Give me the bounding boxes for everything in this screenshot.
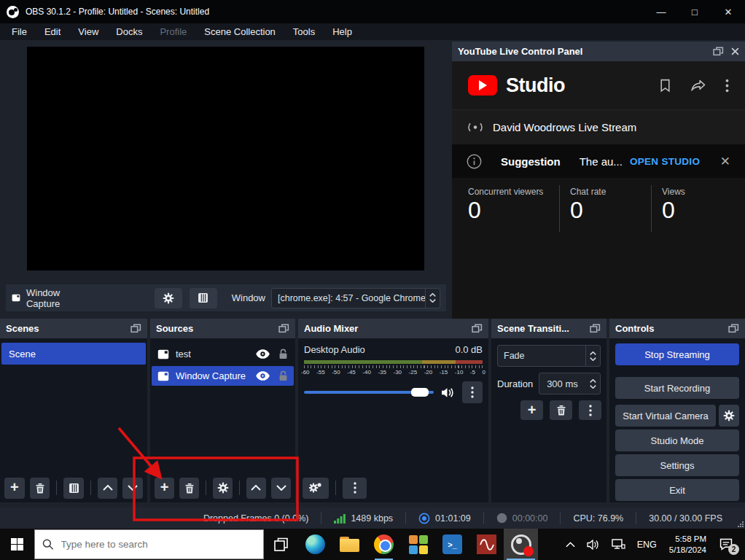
- speaker-icon: [587, 540, 600, 550]
- scene-filters-button[interactable]: [63, 478, 84, 499]
- menu-tools[interactable]: Tools: [284, 23, 324, 40]
- menu-scene-collection[interactable]: Scene Collection: [195, 23, 284, 40]
- add-transition-button[interactable]: +: [520, 400, 543, 420]
- kebab-menu-icon[interactable]: [725, 79, 729, 93]
- tray-chevron-button[interactable]: [562, 542, 579, 548]
- youtube-brand: Studio: [506, 74, 565, 97]
- source-properties-button[interactable]: [155, 288, 182, 308]
- transition-select-combo[interactable]: Fade: [497, 345, 601, 367]
- edge-icon: [305, 534, 325, 554]
- chrome-taskbar-icon[interactable]: [367, 529, 401, 560]
- filters-icon: [198, 292, 208, 303]
- window-capture-icon: [157, 349, 169, 359]
- virtual-camera-config-button[interactable]: [719, 405, 739, 427]
- bookmark-icon[interactable]: [659, 79, 671, 93]
- taskbar-clock[interactable]: 5:58 PM 5/18/2024: [665, 534, 711, 556]
- mixer-options-button[interactable]: [462, 381, 483, 403]
- tray-network-button[interactable]: [608, 539, 629, 551]
- desktop: OBS 30.1.2 - Profile: Untitled - Scenes:…: [0, 0, 745, 560]
- language-indicator[interactable]: ENG: [633, 540, 660, 550]
- studio-mode-button[interactable]: Studio Mode: [615, 429, 739, 451]
- menu-edit[interactable]: Edit: [36, 23, 69, 40]
- menu-file[interactable]: File: [3, 23, 36, 40]
- source-row-window-capture[interactable]: Window Capture: [152, 366, 294, 386]
- add-source-button[interactable]: +: [155, 478, 174, 499]
- transition-menu-button[interactable]: [579, 400, 601, 420]
- start-button[interactable]: [0, 529, 34, 560]
- volume-slider-handle[interactable]: [411, 388, 429, 397]
- source-filters-button[interactable]: [190, 288, 217, 308]
- popout-icon[interactable]: [130, 324, 141, 333]
- chevron-up-icon: [590, 379, 596, 383]
- duration-spinner[interactable]: [585, 373, 600, 394]
- start-recording-button[interactable]: Start Recording: [615, 377, 739, 399]
- window-select-label: Window: [232, 292, 265, 303]
- close-icon[interactable]: [731, 47, 739, 55]
- combo-spinner[interactable]: [425, 289, 440, 308]
- remove-transition-button[interactable]: [550, 400, 572, 420]
- menu-view[interactable]: View: [69, 23, 107, 40]
- stat-concurrent-viewers: Concurrent viewers 0: [468, 185, 560, 232]
- audio-mixer-header: Audio Mixer: [298, 319, 488, 338]
- wave-app-taskbar-icon[interactable]: [469, 529, 504, 560]
- stat-label: Views: [662, 187, 744, 197]
- combo-spinner[interactable]: [585, 346, 600, 366]
- minimize-button[interactable]: —: [644, 0, 678, 23]
- move-scene-up-button[interactable]: [98, 478, 118, 499]
- lock-icon[interactable]: [278, 349, 288, 359]
- mixer-menu-button[interactable]: [343, 478, 367, 499]
- speaker-icon[interactable]: [441, 387, 455, 398]
- move-scene-down-button[interactable]: [122, 478, 143, 499]
- popout-icon[interactable]: [472, 324, 483, 333]
- exit-button[interactable]: Exit: [615, 479, 739, 501]
- duration-spinbox[interactable]: 300 ms: [539, 373, 601, 394]
- open-studio-link[interactable]: OPEN STUDIO: [630, 156, 700, 167]
- source-properties-button[interactable]: [213, 478, 233, 499]
- stream-title: David Woodrows Live Stream: [493, 121, 636, 133]
- popout-icon[interactable]: [713, 47, 724, 56]
- advanced-audio-button[interactable]: [303, 478, 329, 499]
- advanced-audio-gear-icon: [309, 482, 322, 494]
- edge-taskbar-icon[interactable]: [298, 529, 332, 560]
- chevron-up-icon: [429, 293, 436, 297]
- volume-slider[interactable]: [304, 391, 434, 394]
- task-view-button[interactable]: [264, 529, 298, 560]
- duration-row: Duration 300 ms: [497, 373, 601, 394]
- chevron-down-icon: [276, 485, 286, 491]
- preview-canvas[interactable]: [27, 47, 424, 271]
- popout-icon[interactable]: [728, 324, 739, 333]
- tray-volume-button[interactable]: [583, 540, 604, 550]
- move-source-down-button[interactable]: [271, 478, 291, 499]
- popout-icon[interactable]: [278, 324, 289, 333]
- taskbar-search[interactable]: [34, 529, 264, 559]
- settings-button[interactable]: Settings: [615, 454, 739, 476]
- menu-help[interactable]: Help: [324, 23, 361, 40]
- maximize-button[interactable]: □: [678, 0, 711, 23]
- source-row-test[interactable]: test: [152, 344, 294, 364]
- remove-scene-button[interactable]: [30, 478, 50, 499]
- audio-mixer-dock: Audio Mixer Desktop Audio 0.0 dB -60-55-…: [298, 319, 488, 502]
- powershell-taskbar-icon[interactable]: >_: [435, 529, 469, 560]
- visibility-eye-icon[interactable]: [256, 349, 270, 359]
- close-button[interactable]: ✕: [711, 0, 745, 23]
- scene-list-item[interactable]: Scene: [1, 343, 146, 365]
- remove-source-button[interactable]: [179, 478, 199, 499]
- visibility-eye-icon[interactable]: [256, 371, 270, 381]
- add-scene-button[interactable]: +: [4, 478, 25, 499]
- lock-icon[interactable]: [278, 370, 288, 381]
- suggestion-close-icon[interactable]: ✕: [720, 154, 730, 169]
- menu-docks[interactable]: Docks: [107, 23, 151, 40]
- legacy-windows-app-icon[interactable]: [401, 529, 435, 560]
- stop-streaming-button[interactable]: Stop Streaming: [615, 343, 739, 365]
- file-explorer-taskbar-icon[interactable]: [332, 529, 367, 560]
- action-center-button[interactable]: 2: [715, 538, 741, 551]
- resize-grip[interactable]: [738, 521, 744, 527]
- search-input[interactable]: [61, 539, 256, 550]
- youtube-studio-row: Studio: [452, 61, 745, 109]
- share-icon[interactable]: [690, 79, 706, 92]
- popout-icon[interactable]: [590, 324, 601, 333]
- window-select-combo[interactable]: [chrome.exe]: 4:57 - Google Chrome: [271, 288, 440, 308]
- start-virtual-camera-button[interactable]: Start Virtual Camera: [615, 405, 716, 427]
- move-source-up-button[interactable]: [246, 478, 266, 499]
- obs-taskbar-icon[interactable]: [504, 529, 538, 560]
